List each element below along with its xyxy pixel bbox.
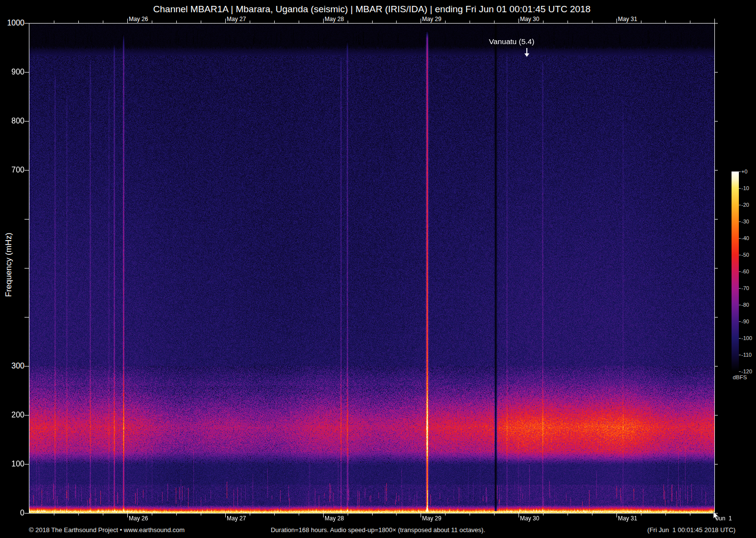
time-tick-bottom xyxy=(641,514,641,515)
y-axis-tick-right xyxy=(715,268,718,269)
y-tick-label: 1000 xyxy=(0,19,24,27)
y-axis-tick xyxy=(24,23,29,24)
time-tick-bottom xyxy=(494,514,495,515)
time-tick-bottom xyxy=(543,514,543,515)
time-tick-bottom xyxy=(152,514,152,515)
time-tick-top xyxy=(665,21,666,23)
y-axis-tick xyxy=(24,72,29,73)
y-axis-tick-right xyxy=(715,121,718,122)
time-tick-top xyxy=(543,21,543,23)
time-tick-label-top: May 27 xyxy=(227,16,246,23)
y-axis-tick xyxy=(24,464,29,465)
time-tick-top xyxy=(127,19,128,23)
time-tick-top xyxy=(641,21,641,23)
time-tick-top xyxy=(616,19,617,23)
colorbar-tick-label: -20 xyxy=(741,202,756,208)
time-tick-top xyxy=(445,21,446,23)
time-tick-top xyxy=(176,21,177,23)
colorbar-unit-label: dBFS xyxy=(731,374,749,380)
footer-duration: Duration=168 hours. Audio speed-up=1800×… xyxy=(0,526,756,534)
time-tick-top xyxy=(690,21,690,23)
time-tick-top xyxy=(225,19,226,23)
colorbar-tick xyxy=(739,321,741,322)
time-tick-top xyxy=(201,21,201,23)
time-tick-top xyxy=(494,21,495,23)
time-tick-bottom xyxy=(250,514,250,515)
time-tick-bottom xyxy=(176,514,177,515)
time-tick-bottom xyxy=(665,514,666,515)
time-tick-bottom xyxy=(323,514,324,517)
time-tick-bottom xyxy=(421,514,421,517)
time-tick-bottom xyxy=(690,514,690,515)
colorbar-tick-label: -80 xyxy=(741,302,756,308)
colorbar-tick xyxy=(739,205,741,205)
y-axis-title: Frequency (mHz) xyxy=(4,221,14,308)
y-axis-tick-right xyxy=(715,72,718,73)
colorbar-tick xyxy=(739,238,741,239)
time-tick-bottom xyxy=(127,514,128,517)
time-tick-bottom xyxy=(567,514,568,515)
time-tick-bottom xyxy=(396,514,397,515)
y-tick-label: 0 xyxy=(0,509,24,517)
time-tick-bottom xyxy=(274,514,275,515)
colorbar-gradient xyxy=(732,171,739,371)
time-tick-label-top: May 28 xyxy=(325,16,344,23)
time-tick-top xyxy=(78,21,79,23)
spectrogram-page: Channel MBAR1A | Mbarara, Uganda (seismi… xyxy=(0,0,756,538)
time-tick-bottom xyxy=(372,514,373,515)
y-axis-tick-right xyxy=(715,464,718,465)
y-axis-tick-right xyxy=(715,317,718,318)
time-tick-label-bottom: May 30 xyxy=(520,515,539,522)
y-tick-label: 700 xyxy=(0,166,24,174)
y-axis-tick-right xyxy=(715,415,718,416)
time-tick-label-top: May 26 xyxy=(129,16,148,23)
colorbar-tick-label: -10 xyxy=(741,185,756,191)
time-tick-top xyxy=(592,21,592,23)
colorbar-tick-label: -70 xyxy=(741,285,756,291)
time-tick-bottom xyxy=(519,514,519,517)
y-tick-label: 300 xyxy=(0,362,24,370)
time-tick-top xyxy=(396,21,397,23)
time-tick-top xyxy=(567,21,568,23)
colorbar-tick-label: -30 xyxy=(741,219,756,224)
time-tick-label-top: May 29 xyxy=(422,16,441,23)
colorbar-tick-label: -110 xyxy=(741,352,756,358)
time-tick-label-top: May 31 xyxy=(618,16,637,23)
mouse-cursor-icon xyxy=(713,512,719,521)
y-axis-tick xyxy=(24,268,29,269)
colorbar-tick-label: +0 xyxy=(741,169,756,174)
time-tick-bottom xyxy=(470,514,470,515)
footer-timestamp: (Fri Jun 1 00:01:45 2018 UTC) xyxy=(647,526,735,534)
time-tick-top xyxy=(54,21,54,23)
time-tick-top xyxy=(714,19,715,23)
time-tick-bottom xyxy=(348,514,348,515)
colorbar-tick-label: -100 xyxy=(741,335,756,341)
y-axis-tick xyxy=(24,317,29,318)
colorbar-tick xyxy=(739,255,741,255)
y-axis-tick xyxy=(24,170,29,171)
colorbar-tick xyxy=(739,355,741,355)
time-tick-top xyxy=(250,21,250,23)
time-tick-top xyxy=(323,19,324,23)
y-tick-label: 900 xyxy=(0,68,24,76)
colorbar-tick xyxy=(739,271,741,272)
time-tick-bottom xyxy=(201,514,201,515)
time-tick-bottom xyxy=(78,514,79,515)
time-tick-top xyxy=(274,21,275,23)
time-tick-top xyxy=(103,21,103,23)
time-tick-bottom xyxy=(225,514,226,517)
y-axis-tick xyxy=(24,415,29,416)
colorbar-tick-label: -60 xyxy=(741,269,756,274)
time-tick-label-bottom: May 31 xyxy=(618,515,637,522)
time-tick-bottom xyxy=(616,514,617,517)
time-tick-top xyxy=(299,21,299,23)
colorbar-tick-label: -40 xyxy=(741,235,756,241)
y-axis-tick-right xyxy=(715,219,718,220)
time-tick-top xyxy=(152,21,152,23)
colorbar-tick xyxy=(739,171,741,172)
annotation-arrow-icon xyxy=(523,48,530,57)
colorbar-tick xyxy=(739,288,741,289)
event-annotation-label: Vanuatu (5.4) xyxy=(470,37,553,46)
y-axis-tick xyxy=(24,121,29,122)
time-tick-label-bottom: May 28 xyxy=(325,515,344,522)
